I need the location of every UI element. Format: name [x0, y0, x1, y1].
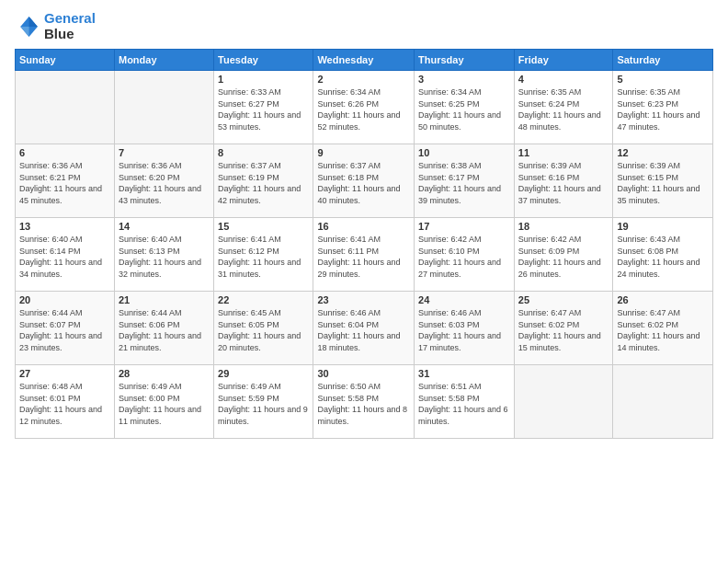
- day-detail: Sunrise: 6:46 AM Sunset: 6:04 PM Dayligh…: [317, 307, 410, 353]
- calendar-cell: 18Sunrise: 6:42 AM Sunset: 6:09 PM Dayli…: [514, 218, 613, 292]
- col-header-thursday: Thursday: [415, 50, 515, 71]
- day-number: 25: [518, 294, 609, 305]
- day-number: 16: [317, 221, 410, 232]
- calendar-cell: 2Sunrise: 6:34 AM Sunset: 6:26 PM Daylig…: [313, 71, 415, 144]
- calendar-cell: 19Sunrise: 6:43 AM Sunset: 6:08 PM Dayli…: [613, 218, 713, 292]
- calendar-cell: 30Sunrise: 6:50 AM Sunset: 5:58 PM Dayli…: [313, 365, 415, 439]
- calendar-cell: 10Sunrise: 6:38 AM Sunset: 6:17 PM Dayli…: [415, 144, 515, 218]
- col-header-saturday: Saturday: [613, 50, 713, 71]
- calendar-cell: 14Sunrise: 6:40 AM Sunset: 6:13 PM Dayli…: [114, 218, 213, 292]
- day-number: 28: [119, 368, 210, 379]
- calendar-header-row: SundayMondayTuesdayWednesdayThursdayFrid…: [16, 50, 713, 71]
- calendar-cell: 13Sunrise: 6:40 AM Sunset: 6:14 PM Dayli…: [16, 218, 115, 292]
- day-number: 10: [418, 147, 510, 158]
- day-detail: Sunrise: 6:40 AM Sunset: 6:13 PM Dayligh…: [119, 234, 210, 280]
- header: General Blue: [15, 11, 713, 41]
- calendar-cell: [114, 71, 213, 144]
- logo: General Blue: [15, 11, 96, 41]
- day-number: 21: [119, 294, 210, 305]
- day-number: 1: [218, 74, 309, 85]
- day-detail: Sunrise: 6:33 AM Sunset: 6:27 PM Dayligh…: [218, 86, 309, 132]
- day-number: 6: [19, 147, 110, 158]
- calendar-cell: 6Sunrise: 6:36 AM Sunset: 6:21 PM Daylig…: [16, 144, 115, 218]
- calendar-cell: 28Sunrise: 6:49 AM Sunset: 6:00 PM Dayli…: [114, 365, 213, 439]
- day-number: 20: [19, 294, 110, 305]
- calendar-cell: 17Sunrise: 6:42 AM Sunset: 6:10 PM Dayli…: [415, 218, 515, 292]
- calendar-week-row: 6Sunrise: 6:36 AM Sunset: 6:21 PM Daylig…: [16, 144, 713, 218]
- day-number: 18: [518, 221, 609, 232]
- day-detail: Sunrise: 6:43 AM Sunset: 6:08 PM Dayligh…: [617, 234, 709, 280]
- day-number: 8: [218, 147, 309, 158]
- calendar-cell: 5Sunrise: 6:35 AM Sunset: 6:23 PM Daylig…: [613, 71, 713, 144]
- day-detail: Sunrise: 6:50 AM Sunset: 5:58 PM Dayligh…: [317, 381, 410, 427]
- day-detail: Sunrise: 6:36 AM Sunset: 6:21 PM Dayligh…: [19, 160, 110, 206]
- calendar-cell: 31Sunrise: 6:51 AM Sunset: 5:58 PM Dayli…: [415, 365, 515, 439]
- day-detail: Sunrise: 6:42 AM Sunset: 6:09 PM Dayligh…: [518, 234, 609, 280]
- day-detail: Sunrise: 6:41 AM Sunset: 6:12 PM Dayligh…: [218, 234, 309, 280]
- day-number: 22: [218, 294, 309, 305]
- calendar-cell: 25Sunrise: 6:47 AM Sunset: 6:02 PM Dayli…: [514, 292, 613, 365]
- calendar-cell: 11Sunrise: 6:39 AM Sunset: 6:16 PM Dayli…: [514, 144, 613, 218]
- day-number: 5: [617, 74, 709, 85]
- day-number: 31: [418, 368, 510, 379]
- day-detail: Sunrise: 6:42 AM Sunset: 6:10 PM Dayligh…: [418, 234, 510, 280]
- page: General Blue SundayMondayTuesdayWednesda…: [0, 0, 728, 563]
- calendar-cell: 1Sunrise: 6:33 AM Sunset: 6:27 PM Daylig…: [214, 71, 313, 144]
- day-detail: Sunrise: 6:35 AM Sunset: 6:24 PM Dayligh…: [518, 86, 609, 132]
- calendar-cell: 29Sunrise: 6:49 AM Sunset: 5:59 PM Dayli…: [214, 365, 313, 439]
- day-number: 13: [19, 221, 110, 232]
- day-number: 4: [518, 74, 609, 85]
- day-number: 23: [317, 294, 410, 305]
- day-detail: Sunrise: 6:37 AM Sunset: 6:18 PM Dayligh…: [317, 160, 410, 206]
- logo-text: General Blue: [44, 11, 96, 41]
- day-detail: Sunrise: 6:34 AM Sunset: 6:25 PM Dayligh…: [418, 86, 510, 132]
- day-number: 30: [317, 368, 410, 379]
- day-detail: Sunrise: 6:34 AM Sunset: 6:26 PM Dayligh…: [317, 86, 410, 132]
- calendar-cell: [613, 365, 713, 439]
- day-number: 17: [418, 221, 510, 232]
- calendar-cell: 21Sunrise: 6:44 AM Sunset: 6:06 PM Dayli…: [114, 292, 213, 365]
- day-detail: Sunrise: 6:35 AM Sunset: 6:23 PM Dayligh…: [617, 86, 709, 132]
- calendar-cell: [16, 71, 115, 144]
- day-number: 15: [218, 221, 309, 232]
- calendar-table: SundayMondayTuesdayWednesdayThursdayFrid…: [15, 49, 713, 439]
- calendar-cell: 12Sunrise: 6:39 AM Sunset: 6:15 PM Dayli…: [613, 144, 713, 218]
- calendar-week-row: 1Sunrise: 6:33 AM Sunset: 6:27 PM Daylig…: [16, 71, 713, 144]
- day-detail: Sunrise: 6:46 AM Sunset: 6:03 PM Dayligh…: [418, 307, 510, 353]
- calendar-week-row: 20Sunrise: 6:44 AM Sunset: 6:07 PM Dayli…: [16, 292, 713, 365]
- day-number: 24: [418, 294, 510, 305]
- calendar-cell: 7Sunrise: 6:36 AM Sunset: 6:20 PM Daylig…: [114, 144, 213, 218]
- day-number: 26: [617, 294, 709, 305]
- calendar-cell: 15Sunrise: 6:41 AM Sunset: 6:12 PM Dayli…: [214, 218, 313, 292]
- day-number: 12: [617, 147, 709, 158]
- calendar-cell: 26Sunrise: 6:47 AM Sunset: 6:02 PM Dayli…: [613, 292, 713, 365]
- day-detail: Sunrise: 6:48 AM Sunset: 6:01 PM Dayligh…: [19, 381, 110, 427]
- calendar-cell: 24Sunrise: 6:46 AM Sunset: 6:03 PM Dayli…: [415, 292, 515, 365]
- calendar-cell: 20Sunrise: 6:44 AM Sunset: 6:07 PM Dayli…: [16, 292, 115, 365]
- day-detail: Sunrise: 6:47 AM Sunset: 6:02 PM Dayligh…: [617, 307, 709, 353]
- calendar-cell: 27Sunrise: 6:48 AM Sunset: 6:01 PM Dayli…: [16, 365, 115, 439]
- day-detail: Sunrise: 6:44 AM Sunset: 6:07 PM Dayligh…: [19, 307, 110, 353]
- logo-icon: [15, 14, 40, 40]
- svg-marker-1: [29, 17, 38, 27]
- calendar-cell: [514, 365, 613, 439]
- day-number: 9: [317, 147, 410, 158]
- col-header-monday: Monday: [114, 50, 213, 71]
- day-detail: Sunrise: 6:41 AM Sunset: 6:11 PM Dayligh…: [317, 234, 410, 280]
- day-number: 7: [119, 147, 210, 158]
- calendar-cell: 4Sunrise: 6:35 AM Sunset: 6:24 PM Daylig…: [514, 71, 613, 144]
- day-number: 27: [19, 368, 110, 379]
- day-number: 29: [218, 368, 309, 379]
- day-number: 19: [617, 221, 709, 232]
- col-header-sunday: Sunday: [16, 50, 115, 71]
- day-number: 2: [317, 74, 410, 85]
- day-detail: Sunrise: 6:38 AM Sunset: 6:17 PM Dayligh…: [418, 160, 510, 206]
- calendar-cell: 22Sunrise: 6:45 AM Sunset: 6:05 PM Dayli…: [214, 292, 313, 365]
- col-header-wednesday: Wednesday: [313, 50, 415, 71]
- calendar-cell: 23Sunrise: 6:46 AM Sunset: 6:04 PM Dayli…: [313, 292, 415, 365]
- day-detail: Sunrise: 6:49 AM Sunset: 6:00 PM Dayligh…: [119, 381, 210, 427]
- day-detail: Sunrise: 6:40 AM Sunset: 6:14 PM Dayligh…: [19, 234, 110, 280]
- calendar-week-row: 13Sunrise: 6:40 AM Sunset: 6:14 PM Dayli…: [16, 218, 713, 292]
- calendar-cell: 3Sunrise: 6:34 AM Sunset: 6:25 PM Daylig…: [415, 71, 515, 144]
- day-detail: Sunrise: 6:51 AM Sunset: 5:58 PM Dayligh…: [418, 381, 510, 427]
